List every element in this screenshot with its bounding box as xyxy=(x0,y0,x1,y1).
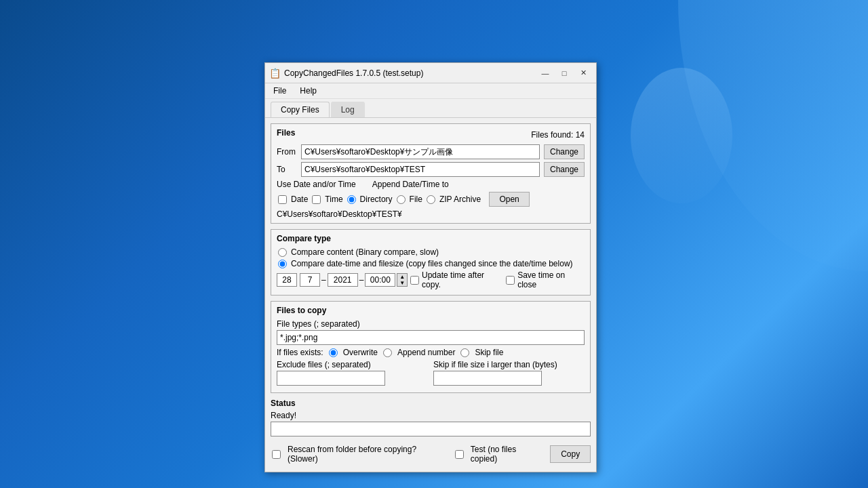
app-icon: 📋 xyxy=(269,68,280,79)
to-change-button[interactable]: Change xyxy=(544,162,585,177)
if-exists-label: If files exists: xyxy=(277,348,323,357)
date-label: Date xyxy=(291,195,308,204)
filetypes-input[interactable] xyxy=(277,330,585,345)
tab-bar: Copy Files Log xyxy=(265,99,596,118)
compare-option2-label: Compare date-time and filesize (copy fil… xyxy=(291,259,573,268)
to-row: To Change xyxy=(277,162,585,177)
dash2: – xyxy=(321,275,326,285)
file-label: File xyxy=(410,195,422,204)
menu-bar: File Help xyxy=(265,83,596,99)
exclude-col: Exclude files (; separated) xyxy=(277,360,428,386)
append-label: Append Date/Time to xyxy=(372,180,449,189)
test-label: Test (no files copied) xyxy=(471,445,545,464)
datetime-inputs: – – ▲▼ Update time after copy. Save time… xyxy=(277,270,585,289)
from-row: From Change xyxy=(277,144,585,159)
from-label: From xyxy=(277,147,297,157)
if-exists-row: If files exists: Overwrite Append number… xyxy=(277,348,585,357)
save-time-label: Save time on close xyxy=(517,270,585,289)
path-below: C¥Users¥softaro¥Desktop¥TEST¥ xyxy=(277,209,585,219)
rescan-label: Rescan from folder before copying? (Slow… xyxy=(288,445,448,464)
to-label: To xyxy=(277,165,297,174)
status-label: Status xyxy=(271,399,591,408)
window-title: CopyChangedFiles 1.7.0.5 (test.setup) xyxy=(284,68,423,78)
to-input[interactable] xyxy=(301,162,540,177)
compare-radio2[interactable] xyxy=(278,260,287,268)
open-button[interactable]: Open xyxy=(489,192,530,207)
close-button[interactable]: ✕ xyxy=(574,66,592,80)
exclude-input[interactable] xyxy=(277,371,385,386)
title-bar-left: 📋 CopyChangedFiles 1.7.0.5 (test.setup) xyxy=(269,68,423,79)
filetypes-label: File types (; separated) xyxy=(277,319,585,329)
tab-log[interactable]: Log xyxy=(331,102,365,117)
files-to-copy-section: Files to copy File types (; separated) I… xyxy=(271,301,591,393)
skip-file-label: Skip file xyxy=(475,348,503,357)
content-area: Files Files found: 14 From Change To Cha… xyxy=(265,118,596,472)
update-time-checkbox[interactable] xyxy=(410,276,419,285)
skip-file-radio[interactable] xyxy=(460,348,469,357)
date-day-input[interactable] xyxy=(277,273,297,287)
test-checkbox[interactable] xyxy=(455,450,464,459)
directory-label: Directory xyxy=(360,195,393,204)
compare-option1-row: Compare content (Binary compare, slow) xyxy=(277,247,585,257)
app-window: 📋 CopyChangedFiles 1.7.0.5 (test.setup) … xyxy=(264,62,597,472)
maximize-button[interactable]: □ xyxy=(555,66,573,80)
from-input[interactable] xyxy=(301,144,540,159)
from-change-button[interactable]: Change xyxy=(544,144,585,159)
datetime-row: Use Date and/or Time Append Date/Time to xyxy=(277,180,585,189)
skip-size-input[interactable] xyxy=(433,371,542,386)
ftc-title: Files to copy xyxy=(277,306,585,315)
skip-size-label: Skip if file size i larger than (bytes) xyxy=(433,360,585,369)
directory-radio[interactable] xyxy=(347,195,356,204)
status-text: Ready! xyxy=(271,411,591,420)
tab-copy-files[interactable]: Copy Files xyxy=(271,102,330,117)
time-spinner[interactable]: ▲▼ xyxy=(397,273,408,287)
date-year-input[interactable] xyxy=(328,273,358,287)
status-input xyxy=(271,422,591,436)
exclude-label: Exclude files (; separated) xyxy=(277,360,428,369)
dash3: – xyxy=(359,275,364,285)
time-label: Time xyxy=(325,195,342,204)
overwrite-radio[interactable] xyxy=(329,348,338,357)
time-input[interactable] xyxy=(365,273,395,287)
status-section: Status Ready! xyxy=(271,399,591,436)
minimize-button[interactable]: — xyxy=(536,66,554,80)
bottom-row: Rescan from folder before copying? (Slow… xyxy=(271,442,591,466)
zip-label: ZIP Archive xyxy=(439,195,481,204)
date-month-input[interactable] xyxy=(300,273,320,287)
datetime-options-row: Date Time Directory File ZIP Archive Ope… xyxy=(277,192,585,207)
compare-radio1[interactable] xyxy=(278,248,287,257)
menu-help[interactable]: Help xyxy=(294,85,322,97)
rescan-checkbox[interactable] xyxy=(272,450,281,459)
file-radio[interactable] xyxy=(397,195,406,204)
time-checkbox[interactable] xyxy=(312,195,321,204)
files-title: Files xyxy=(277,128,295,138)
update-time-label: Update time after copy. xyxy=(422,270,503,289)
zip-radio[interactable] xyxy=(427,195,435,204)
files-found: Files found: 14 xyxy=(531,130,585,140)
files-section: Files Files found: 14 From Change To Cha… xyxy=(271,123,591,224)
save-time-checkbox[interactable] xyxy=(506,276,515,285)
compare-section: Compare type Compare content (Binary com… xyxy=(271,229,591,296)
append-num-label: Append number xyxy=(397,348,455,357)
use-datetime-label: Use Date and/or Time xyxy=(277,180,356,189)
overwrite-label: Overwrite xyxy=(343,348,378,357)
compare-title: Compare type xyxy=(277,234,585,243)
exclude-row: Exclude files (; separated) Skip if file… xyxy=(277,360,585,386)
date-checkbox[interactable] xyxy=(278,195,287,204)
append-num-radio[interactable] xyxy=(383,348,392,357)
copy-button[interactable]: Copy xyxy=(550,445,591,463)
compare-option1-label: Compare content (Binary compare, slow) xyxy=(291,247,439,257)
skip-size-col: Skip if file size i larger than (bytes) xyxy=(433,360,585,386)
compare-option2-row: Compare date-time and filesize (copy fil… xyxy=(277,259,585,268)
window-controls: — □ ✕ xyxy=(536,66,592,80)
title-bar: 📋 CopyChangedFiles 1.7.0.5 (test.setup) … xyxy=(265,63,596,83)
menu-file[interactable]: File xyxy=(268,85,292,97)
